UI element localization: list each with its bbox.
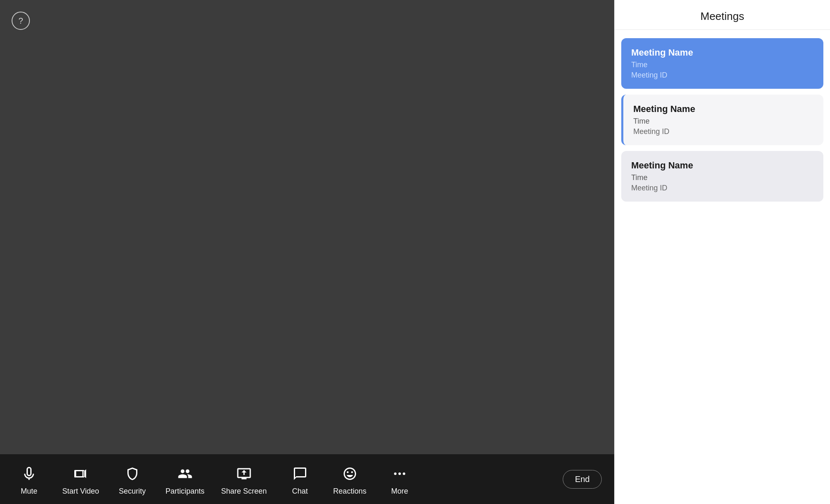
meetings-list: Meeting Name Time Meeting ID Meeting Nam… bbox=[615, 30, 830, 210]
chat-icon bbox=[289, 463, 311, 485]
more-icon bbox=[389, 463, 410, 485]
panel-header: Meetings bbox=[615, 0, 830, 30]
toolbar-right: End bbox=[563, 470, 602, 489]
toolbar-left: Mute Start Video Security bbox=[12, 463, 416, 496]
meeting-id-3: Meeting ID bbox=[631, 184, 813, 192]
meeting-name-3: Meeting Name bbox=[631, 160, 813, 171]
svg-point-0 bbox=[394, 472, 396, 475]
mute-label: Mute bbox=[21, 487, 37, 496]
meeting-card-2[interactable]: Meeting Name Time Meeting ID bbox=[621, 95, 823, 145]
participants-icon bbox=[174, 463, 196, 485]
reactions-label: Reactions bbox=[333, 487, 366, 496]
video-canvas: ? bbox=[0, 0, 614, 454]
reactions-icon bbox=[339, 463, 361, 485]
meeting-name-1: Meeting Name bbox=[631, 47, 813, 58]
help-icon[interactable]: ? bbox=[12, 12, 30, 30]
meeting-card-3[interactable]: Meeting Name Time Meeting ID bbox=[621, 151, 823, 202]
participants-label: Participants bbox=[166, 487, 205, 496]
meeting-time-2: Time bbox=[633, 117, 813, 126]
start-video-button[interactable]: Start Video bbox=[62, 463, 99, 496]
meeting-card-1[interactable]: Meeting Name Time Meeting ID bbox=[621, 38, 823, 89]
security-icon bbox=[122, 463, 143, 485]
share-screen-label: Share Screen bbox=[221, 487, 267, 496]
reactions-button[interactable]: Reactions bbox=[333, 463, 366, 496]
meeting-time-1: Time bbox=[631, 61, 813, 69]
toolbar: Mute Start Video Security bbox=[0, 454, 614, 504]
mute-button[interactable]: Mute bbox=[12, 463, 46, 496]
meeting-id-2: Meeting ID bbox=[633, 127, 813, 136]
video-label: Start Video bbox=[62, 487, 99, 496]
meeting-id-1: Meeting ID bbox=[631, 71, 813, 80]
main-area: ? Mute Start Video bbox=[0, 0, 614, 504]
video-icon bbox=[70, 463, 91, 485]
meeting-time-3: Time bbox=[631, 173, 813, 182]
more-button[interactable]: More bbox=[383, 463, 416, 496]
help-icon-label: ? bbox=[18, 16, 23, 26]
more-label: More bbox=[391, 487, 408, 496]
chat-label: Chat bbox=[292, 487, 308, 496]
meeting-name-2: Meeting Name bbox=[633, 104, 813, 114]
end-button[interactable]: End bbox=[563, 470, 602, 489]
chat-button[interactable]: Chat bbox=[283, 463, 317, 496]
share-screen-icon bbox=[233, 463, 255, 485]
security-button[interactable]: Security bbox=[116, 463, 149, 496]
participants-button[interactable]: Participants bbox=[166, 463, 205, 496]
mute-icon bbox=[18, 463, 40, 485]
svg-point-2 bbox=[403, 472, 405, 475]
right-panel: Meetings Meeting Name Time Meeting ID Me… bbox=[614, 0, 830, 504]
svg-point-1 bbox=[398, 472, 401, 475]
security-label: Security bbox=[119, 487, 146, 496]
panel-title: Meetings bbox=[701, 10, 745, 22]
share-screen-button[interactable]: Share Screen bbox=[221, 463, 267, 496]
